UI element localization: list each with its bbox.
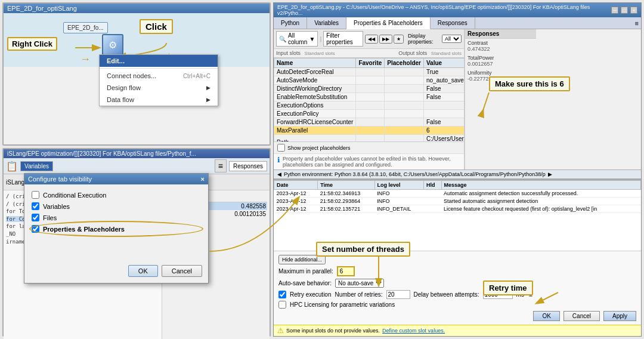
hamburger-menu[interactable]: ≡ xyxy=(215,159,227,172)
context-menu-connect[interactable]: Connect nodes... Ctrl+Alt+C xyxy=(100,70,218,82)
tab-responses[interactable]: Responses xyxy=(229,161,267,171)
apply-button[interactable]: Apply xyxy=(603,311,636,321)
contrast-val: 0.474322 xyxy=(467,46,534,52)
define-link[interactable]: Define custom slot values. xyxy=(382,328,445,334)
response-totalpower-right: TotalPower 0.0012657 xyxy=(465,54,536,69)
log-table: Date Time Log level Hld Message 2023-Apr… xyxy=(274,180,641,213)
tab-responses-right[interactable]: Responses xyxy=(431,17,475,29)
log-level-2: INFO_DETAIL xyxy=(374,205,423,213)
props-row-7: MaxParallel 6 xyxy=(274,127,465,135)
max-parallel-label: Maximum in parallel: xyxy=(278,268,333,275)
log-hld-0 xyxy=(423,190,441,198)
auto-save-select[interactable]: No auto-save xyxy=(335,279,384,288)
checkbox-variables-label: Variables xyxy=(43,203,70,210)
log-col-date: Date xyxy=(274,181,318,190)
prop-name-0: AutoDetectForceReal xyxy=(274,68,356,76)
left-bottom-title: iSLang/EPE optimization/[][230320] For K… xyxy=(7,150,196,157)
context-menu-design[interactable]: Design flow xyxy=(100,82,218,94)
filter-box[interactable]: Filter properties xyxy=(323,31,363,47)
ok-button[interactable]: OK xyxy=(533,311,559,321)
right-click-annotation: Right Click xyxy=(7,37,57,51)
hide-additional-button[interactable]: Hide additional... xyxy=(278,255,326,264)
log-col-message: Message xyxy=(441,181,640,190)
left-bottom-title-bar: iSLang/EPE optimization/[][230320] For K… xyxy=(4,149,270,158)
retry-checkbox[interactable] xyxy=(278,291,286,298)
prop-name-7: MaxParallel xyxy=(274,127,356,135)
bottom-settings: Hide additional... Maximum in parallel: … xyxy=(274,251,641,325)
nav-buttons: ◀◀ ▶▶ ★ xyxy=(365,35,404,44)
minimize-button[interactable]: ─ xyxy=(611,7,618,14)
maximize-button[interactable]: □ xyxy=(621,7,628,14)
configure-close-button[interactable]: × xyxy=(201,175,205,183)
uniformity-val: -0.227722 xyxy=(467,76,534,82)
node-icon[interactable]: ⚙ xyxy=(102,34,123,56)
next-button[interactable]: ▶▶ xyxy=(379,35,392,44)
checkbox-properties: Properties & Placeholders xyxy=(32,223,201,235)
panel-menu[interactable]: ≡ xyxy=(633,17,641,29)
log-col-time: Time xyxy=(318,181,374,190)
scroll-left[interactable]: ◀ xyxy=(277,171,281,177)
filter-label: Filter properties xyxy=(326,32,360,45)
log-time-0: 21:58:02.346913 xyxy=(318,190,374,198)
right-panel-tabs: Python Variables Properties & Placeholde… xyxy=(274,17,641,29)
left-top-panel: EPE_2D_for_optiSLang EPE_2D_fo... ⚙ → ↓ … xyxy=(2,2,271,146)
tab-properties[interactable]: Properties & Placeholders xyxy=(346,17,431,29)
col-value: Value xyxy=(424,58,465,68)
prev-button[interactable]: ◀◀ xyxy=(365,35,378,44)
props-row-3: EnableRemoteSubstitution False xyxy=(274,93,465,101)
prop-val-8: C:/Users/User/OneDrive – ANSY... xyxy=(424,135,465,142)
tab-variables-right[interactable]: Variables xyxy=(307,17,346,29)
checkbox-variables-input[interactable] xyxy=(32,202,39,210)
warning-text: Some input slots do not provide values. xyxy=(286,328,380,334)
star-button[interactable]: ★ xyxy=(394,35,404,44)
node-label[interactable]: EPE_2D_fo... xyxy=(63,22,108,33)
search-box[interactable]: 🔍 All column ▼ xyxy=(276,31,318,47)
responses-panel-header: Responses xyxy=(465,29,536,39)
python-env-bar: ◀ Python environment: Python 3.8.64 (3.8… xyxy=(274,170,641,179)
totalpower-name: TotalPower xyxy=(467,55,534,61)
prop-name-8: Path xyxy=(274,135,356,142)
vars-icon: 📋 xyxy=(6,161,18,172)
prop-ph-5 xyxy=(385,110,424,118)
left-top-title: EPE_2D_for_optiSLang xyxy=(7,5,77,12)
hpc-row: HPC Licensing for parametric variations xyxy=(278,301,636,309)
log-scroll[interactable]: Date Time Log level Hld Message 2023-Apr… xyxy=(274,180,641,251)
show-placeholders-checkbox[interactable] xyxy=(277,144,285,152)
display-props: Display properties: All xyxy=(408,33,462,45)
context-menu-data[interactable]: Data flow xyxy=(100,94,218,106)
prop-name-3: EnableRemoteSubstitution xyxy=(274,93,356,101)
close-button[interactable]: × xyxy=(630,7,637,14)
prop-val-1: no_auto_save xyxy=(424,76,465,85)
max-parallel-input[interactable] xyxy=(337,266,355,276)
context-menu-edit[interactable]: Edit... xyxy=(100,55,218,67)
log-row-0: 2023-Apr-12 21:58:02.346913 INFO Automat… xyxy=(274,190,641,198)
scroll-right[interactable]: ▶ xyxy=(548,171,552,177)
tab-python[interactable]: Python xyxy=(274,17,307,29)
checkbox-conditional-input[interactable] xyxy=(32,191,39,199)
display-select[interactable]: All xyxy=(442,35,462,43)
tab-variables[interactable]: Variables xyxy=(20,161,53,171)
configure-ok-button[interactable]: OK xyxy=(128,265,158,277)
log-date-0: 2023-Apr-12 xyxy=(274,190,318,198)
spinner-up[interactable]: ▲ xyxy=(528,291,534,298)
prop-fav-8 xyxy=(356,135,385,142)
configure-cancel-button[interactable]: Cancel xyxy=(162,265,202,277)
show-placeholders-label: Show project placeholders xyxy=(287,145,351,151)
input-slots-sub: Standard slots xyxy=(305,51,335,56)
context-menu-connect-shortcut: Ctrl+Alt+C xyxy=(183,73,210,79)
cancel-button[interactable]: Cancel xyxy=(564,311,600,321)
props-row-6: ForwardHRCLicenseCounter False xyxy=(274,118,465,127)
search-icon: 🔍 xyxy=(279,36,286,42)
hpc-checkbox[interactable] xyxy=(278,301,286,309)
checkbox-properties-input[interactable] xyxy=(32,225,39,233)
retry-delay-input[interactable] xyxy=(483,290,513,299)
max-parallel-row: Maximum in parallel: xyxy=(278,266,636,276)
configure-dialog-title: Configure tab visibility xyxy=(28,175,92,183)
col-name: Name xyxy=(274,58,356,68)
retry-count-input[interactable] xyxy=(386,290,410,299)
props-row-5: ExecutionPolicy xyxy=(274,110,465,118)
python-env-text: Python environment: Python 3.8.64 (3.8.1… xyxy=(284,171,546,177)
prop-fav-6 xyxy=(356,118,385,127)
prop-fav-2 xyxy=(356,85,385,93)
checkbox-files-input[interactable] xyxy=(32,214,39,221)
